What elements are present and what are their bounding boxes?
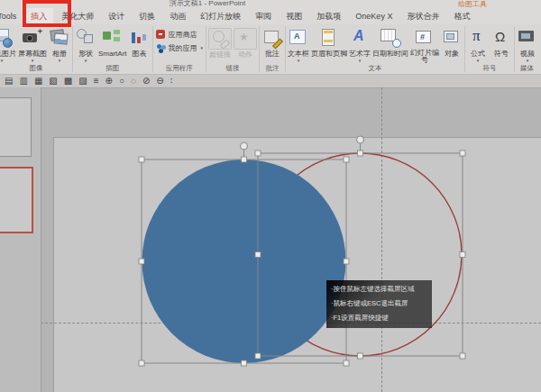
tab-format[interactable]: 格式 [447, 8, 476, 24]
slide-thumbnail-2[interactable] [0, 167, 33, 233]
tab-tools[interactable]: i Tools [0, 8, 23, 24]
panel-separator [41, 87, 41, 392]
video-button[interactable]: 视频▾ [516, 25, 539, 63]
no-fill-tool-icon[interactable]: ⊘ [142, 76, 150, 86]
object-button[interactable]: 对象 [440, 25, 463, 58]
object-icon [441, 26, 463, 49]
contextual-tab-group-label: 绘图工具 [458, 0, 487, 8]
align-top-icon[interactable]: ▧ [49, 76, 57, 86]
action-button[interactable]: 动作 [233, 25, 258, 59]
my-apps-button[interactable]: 我的应用▾ [154, 43, 206, 53]
symbol-icon [491, 26, 512, 49]
slide-number-icon [414, 26, 436, 49]
comment-icon [261, 26, 283, 49]
object-label: 对象 [445, 50, 459, 58]
slide-number-button[interactable]: 幻灯片编号 [409, 25, 440, 64]
ribbon-group-3: 超链接动作链接 [206, 24, 259, 74]
smartart-icon [102, 26, 124, 49]
slide-canvas[interactable] [53, 137, 541, 392]
tab-slideshow[interactable]: 幻灯片放映 [194, 8, 247, 24]
wordart-icon [349, 26, 371, 49]
tab-shape-merge[interactable]: 形状合并 [400, 8, 445, 24]
ribbon-group-name: 插图 [73, 64, 152, 73]
oval-tool-icon[interactable]: ◌ [131, 76, 136, 86]
ribbon-group-name: 链接 [206, 64, 259, 73]
tab-onekey[interactable]: OneKey X [349, 8, 399, 24]
text-box-icon [288, 26, 309, 49]
tab-transitions[interactable]: 切换 [133, 8, 161, 24]
screenshot-button[interactable]: 屏幕截图▾ [17, 25, 48, 63]
photo-album-button[interactable]: 相册▾ [48, 25, 71, 63]
align-bottom-icon[interactable]: ▨ [78, 76, 87, 86]
horizontal-guide[interactable] [41, 323, 541, 324]
tab-addins[interactable]: 加载项 [310, 8, 347, 24]
dropdown-arrow-icon: ▾ [527, 59, 529, 63]
hyperlink-label: 超链接 [209, 50, 231, 59]
equation-button[interactable]: 公式▾ [466, 25, 490, 63]
comment-button[interactable]: 批注 [261, 25, 284, 58]
screenshot-icon [22, 26, 43, 49]
equation-icon [467, 26, 489, 49]
tab-review[interactable]: 审阅 [249, 8, 278, 24]
ribbon-group-5: 文本框▾页眉和页脚艺术字▾日期和时间幻灯片编号对象文本 [286, 24, 464, 74]
ribbon-group-name: 批注 [260, 64, 285, 73]
online-picture-button[interactable]: 联机图片▾ [0, 25, 17, 63]
text-box-button[interactable]: 文本框▾ [287, 25, 310, 63]
video-label: 视频 [520, 50, 535, 58]
title-bar: 演示文稿1 - PowerPoint 绘图工具 [0, 0, 541, 8]
app-title: 演示文稿1 - PowerPoint [126, 0, 289, 8]
wordart-button[interactable]: 艺术字▾ [348, 25, 371, 63]
tab-design[interactable]: 设计 [102, 8, 131, 24]
slide-thumbnail-panel [0, 87, 41, 392]
slide-thumbnail-1[interactable] [0, 97, 32, 157]
dropdown-arrow-icon: ▾ [298, 59, 300, 63]
align-center-icon[interactable]: ▥ [19, 76, 27, 86]
video-icon [517, 26, 538, 49]
app-store-button[interactable]: 应用商店 [154, 30, 206, 40]
date-time-label: 日期和时间 [372, 50, 408, 58]
header-footer-button[interactable]: 页眉和页脚 [310, 25, 348, 58]
annotation-box [23, 0, 71, 27]
powerpoint-window: { "titlebar": { "app_title": "演示文稿1 - Po… [0, 0, 541, 392]
shapes-label: 形状 [78, 50, 93, 58]
date-time-button[interactable]: 日期和时间 [371, 25, 409, 58]
smartart-label: SmartArt [98, 50, 127, 58]
hyperlink-icon [208, 28, 232, 50]
tooltip-line-3: ·F1设置截屏快捷键 [331, 311, 432, 325]
shapes-button[interactable]: 形状▾ [74, 25, 97, 63]
app-store-label: 应用商店 [169, 31, 197, 39]
ribbon-group-7: 视频▾媒体 [515, 24, 539, 74]
ribbon-group-name: 媒体 [515, 64, 539, 73]
ribbon-group-6: 公式▾符号符号 [465, 24, 514, 74]
align-right-icon[interactable]: ▦ [34, 76, 42, 86]
chart-button[interactable]: 图表 [128, 25, 151, 58]
date-time-icon [380, 26, 401, 49]
slide-number-label: 幻灯片编号 [410, 50, 439, 64]
match-size-icon[interactable]: ⊕ [105, 76, 113, 86]
distribute-icon[interactable]: ≡ [94, 76, 99, 86]
align-middle-icon[interactable]: ▩ [64, 76, 72, 86]
more-tools-icon[interactable]: ∶ [170, 76, 173, 86]
align-left-icon[interactable]: ▤ [5, 76, 13, 86]
my-apps-label: 我的应用 [169, 44, 197, 52]
app-store-icon [156, 30, 166, 40]
wordart-label: 艺术字 [349, 50, 371, 58]
shapes-icon [75, 26, 96, 49]
tooltip-line-1: ·按住鼠标左键选择截屏区域 [331, 282, 432, 296]
photo-album-icon [49, 26, 70, 49]
hyperlink-button[interactable]: 超链接 [207, 25, 233, 59]
comment-label: 批注 [265, 50, 280, 58]
tab-view[interactable]: 视图 [280, 8, 308, 24]
chart-icon [129, 26, 151, 49]
ribbon-group-2: 应用商店我的应用▾应用程序 [153, 24, 206, 74]
quick-tools-row: ▤▥▦▧▩▨≡⊕○◌⊘⊖∶ [0, 74, 541, 87]
symbol-button[interactable]: 符号 [490, 25, 513, 58]
equation-label: 公式 [471, 50, 485, 58]
circle-tool-icon[interactable]: ○ [119, 76, 124, 86]
tab-animations[interactable]: 动画 [163, 8, 192, 24]
online-picture-icon [0, 26, 13, 49]
vertical-guide[interactable] [381, 87, 382, 392]
subtract-tool-icon[interactable]: ⊖ [156, 76, 163, 86]
capture-tooltip: ·按住鼠标左键选择截屏区域·鼠标右键或ESC退出截屏·F1设置截屏快捷键 [326, 280, 432, 328]
smartart-button[interactable]: SmartArt [97, 25, 128, 58]
